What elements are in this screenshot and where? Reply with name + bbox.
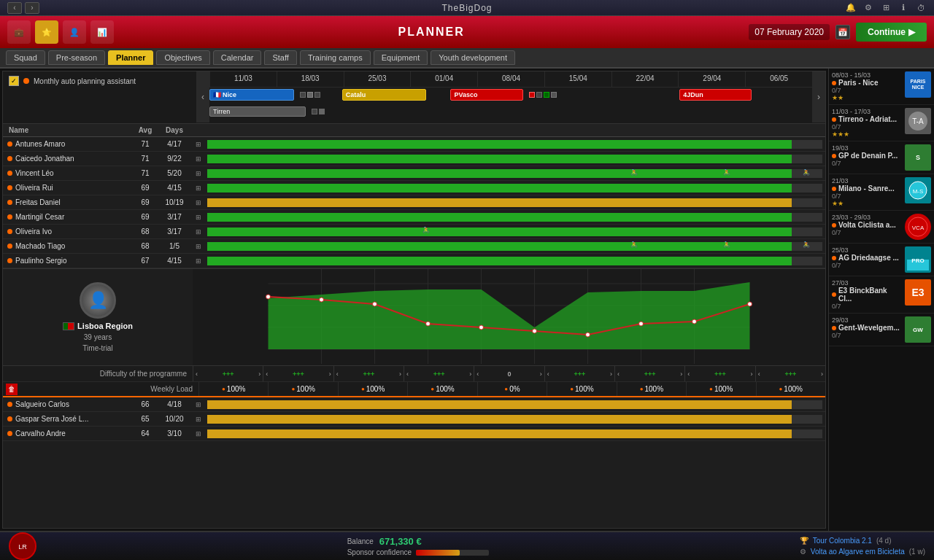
rider-name[interactable]: Vincent Léo bbox=[15, 169, 54, 177]
tab-calendar[interactable]: Calendar bbox=[213, 50, 262, 65]
race-card-gp-denain[interactable]: 19/03 GP de Denain P... 0/7 S bbox=[829, 141, 934, 174]
tab-planner[interactable]: Planner bbox=[108, 50, 153, 65]
rider-row-bottom-2: Gaspar Serra José L... 65 10/20 ⊞ bbox=[3, 412, 825, 427]
nav-back-button[interactable]: ‹ bbox=[7, 2, 22, 14]
rider-name[interactable]: Oliveira Rui bbox=[15, 184, 53, 192]
rider-row: Oliveira Rui 69 4/15 ⊞ bbox=[3, 181, 825, 195]
rider-name[interactable]: Gaspar Serra José L... bbox=[15, 415, 89, 423]
timeline-nav-right[interactable]: › bbox=[812, 71, 825, 122]
balance-section: Balance 671,330 € Sponsor confidence bbox=[347, 536, 489, 556]
tab-squad[interactable]: Squad bbox=[6, 50, 45, 65]
tab-equipment[interactable]: Equipment bbox=[374, 50, 428, 65]
rider-name[interactable]: Carvalho Andre bbox=[15, 429, 66, 438]
race-card-e3-binckbank[interactable]: 27/03 E3 BinckBank Cl... 0/7 E3 bbox=[829, 276, 934, 314]
table-header-row: Name Avg Days bbox=[3, 124, 825, 137]
rider-name[interactable]: Antunes Amaro bbox=[15, 140, 65, 148]
top-bar-nav: ‹ › bbox=[7, 2, 39, 14]
calendar-icon[interactable]: 📅 bbox=[835, 25, 850, 39]
wl-cell-5: ●0% bbox=[477, 382, 547, 396]
gear-icon[interactable]: ⚙ bbox=[862, 2, 874, 14]
diff-cell-5: ‹0› bbox=[474, 366, 544, 381]
event-1: 🏆 Tour Colombia 2.1 (4 d) bbox=[800, 537, 925, 545]
date-col-2: 18/03 bbox=[277, 71, 344, 87]
difficulty-row: Difficulty of the programme ‹+++› ‹+++› … bbox=[3, 365, 825, 381]
race-card-milano-sanremo[interactable]: 21/03 Milano - Sanre... 0/7 ★★ M-S bbox=[829, 174, 934, 211]
race-card-volta-ciclista[interactable]: 23/03 - 29/03 Volta Ciclista a... 0/7 VC… bbox=[829, 211, 934, 244]
event-2-duration: (1 w) bbox=[909, 548, 925, 556]
date-col-5: 08/04 bbox=[477, 71, 544, 87]
tab-staff[interactable]: Staff bbox=[264, 50, 296, 65]
nav-forward-button[interactable]: › bbox=[25, 2, 39, 14]
race-bar-tirren[interactable]: Tirren bbox=[209, 106, 306, 117]
race-logo-paris-nice: PARISNICE bbox=[905, 71, 931, 98]
info-icon[interactable]: ℹ bbox=[898, 2, 909, 14]
rider-name[interactable]: Machado Tiago bbox=[15, 242, 65, 250]
race-markers-row2 bbox=[312, 106, 325, 117]
profile-name: Lisboa Region bbox=[77, 322, 133, 330]
tab-youth-development[interactable]: Youth development bbox=[431, 50, 515, 65]
race-card-gent-wevelgem[interactable]: 29/03 Gent-Wevelgem... 0/7 GW bbox=[829, 314, 934, 346]
event-2-name[interactable]: Volta ao Algarve em Bicicleta bbox=[811, 548, 905, 556]
header-left: 💼 ⭐ 👤 📊 bbox=[7, 20, 114, 44]
tab-training-camps[interactable]: Training camps bbox=[300, 50, 371, 65]
wl-cell-1: ●100% bbox=[198, 382, 268, 396]
grid-icon[interactable]: ⊞ bbox=[880, 2, 892, 14]
clock-icon[interactable]: ⏱ bbox=[915, 2, 927, 14]
svg-text:T-A: T-A bbox=[912, 117, 924, 125]
rider-name[interactable]: Caicedo Jonathan bbox=[15, 155, 74, 163]
wl-cell-3: ●100% bbox=[338, 382, 407, 396]
top-bar: ‹ › TheBigDog 🔔 ⚙ ⊞ ℹ ⏱ bbox=[0, 0, 934, 16]
weekly-load-row: 🗑 Weekly Load ●100% ●100% ●100% ●100% ●0… bbox=[3, 381, 825, 396]
difficulty-label: Difficulty of the programme bbox=[3, 370, 193, 378]
rider-bar bbox=[207, 140, 822, 149]
briefcase-icon[interactable]: 💼 bbox=[7, 20, 31, 44]
rider-name[interactable]: Oliveira Ivo bbox=[15, 228, 52, 236]
sponsor-bar-inner bbox=[416, 550, 460, 556]
race-card-tirreno[interactable]: 11/03 - 17/03 Tirreno - Adriat... 0/7 ★★… bbox=[829, 105, 934, 141]
auto-planning-checkbox[interactable]: ✓ bbox=[9, 76, 19, 86]
continue-button[interactable]: Continue ▶ bbox=[856, 23, 927, 42]
race-card-ag-driedaagse[interactable]: 25/03 AG Driedaagse ... 0/7 PRO bbox=[829, 244, 934, 276]
date-col-9: 06/05 bbox=[745, 71, 812, 87]
tab-objectives[interactable]: Objectives bbox=[156, 50, 209, 65]
main-content: ✓ Monthly auto planning assistant ‹ 11/0… bbox=[0, 69, 934, 531]
date-display: 07 February 2020 bbox=[749, 24, 830, 40]
tab-preseason[interactable]: Pre-season bbox=[48, 50, 105, 65]
person-icon[interactable]: 👤 bbox=[63, 20, 86, 44]
active-module-icon[interactable]: ⭐ bbox=[35, 20, 58, 44]
balance-label: Balance bbox=[347, 537, 374, 545]
flag-portugal bbox=[63, 322, 74, 330]
race-bar-pvasco[interactable]: PVasco bbox=[450, 89, 522, 101]
race-logo-volta-ciclista: VCA bbox=[905, 214, 931, 240]
weekly-load-label: Weekly Load bbox=[20, 385, 198, 393]
svg-text:GW: GW bbox=[913, 327, 923, 333]
rider-name[interactable]: Salgueiro Carlos bbox=[15, 400, 69, 408]
rider-scroll-icon[interactable]: ⊞ bbox=[193, 141, 204, 148]
timeline-nav-left[interactable]: ‹ bbox=[196, 71, 209, 122]
race-card-paris-nice[interactable]: 08/03 - 15/03 Paris - Nice 0/7 ★★ PARISN… bbox=[829, 69, 934, 105]
race-bar-catalu[interactable]: Catalu bbox=[342, 89, 427, 101]
rider-name[interactable]: Freitas Daniel bbox=[15, 198, 61, 206]
bell-icon[interactable]: 🔔 bbox=[845, 2, 857, 14]
difficulty-cells: ‹+++› ‹+++› ‹+++› ‹+++› ‹0› ‹+++› ‹+++› … bbox=[193, 366, 825, 381]
rider-row: Oliveira Ivo 68 3/17 ⊞ 🚴 bbox=[3, 225, 825, 239]
race-bar-nice[interactable]: 🇫🇷Nice bbox=[209, 89, 294, 101]
avatar: 👤 bbox=[80, 282, 116, 319]
timeline-header: ✓ Monthly auto planning assistant ‹ 11/0… bbox=[3, 71, 825, 124]
header-right: 07 February 2020 📅 Continue ▶ bbox=[749, 23, 927, 42]
wl-cell-8: ●100% bbox=[686, 382, 755, 396]
event-1-name[interactable]: Tour Colombia 2.1 bbox=[813, 537, 872, 545]
planner-area: ✓ Monthly auto planning assistant ‹ 11/0… bbox=[2, 71, 826, 529]
date-col-8: 29/04 bbox=[678, 71, 745, 87]
rider-name[interactable]: Martingil Cesar bbox=[15, 213, 64, 221]
race-bar-4jdun[interactable]: 4JDun bbox=[679, 89, 752, 101]
balance-value: 671,330 € bbox=[379, 536, 422, 547]
rider-name[interactable]: Paulinho Sergio bbox=[15, 257, 67, 265]
race-logo-ag-driedaagse: PRO bbox=[905, 246, 931, 273]
svg-point-13 bbox=[266, 295, 271, 299]
delete-group-button[interactable]: 🗑 bbox=[6, 384, 18, 395]
chart-icon[interactable]: 📊 bbox=[90, 20, 114, 44]
svg-point-15 bbox=[373, 302, 377, 306]
profile-section: 👤 Lisboa Region 39 years Time-trial bbox=[3, 269, 193, 365]
svg-text:VCA: VCA bbox=[912, 225, 925, 231]
